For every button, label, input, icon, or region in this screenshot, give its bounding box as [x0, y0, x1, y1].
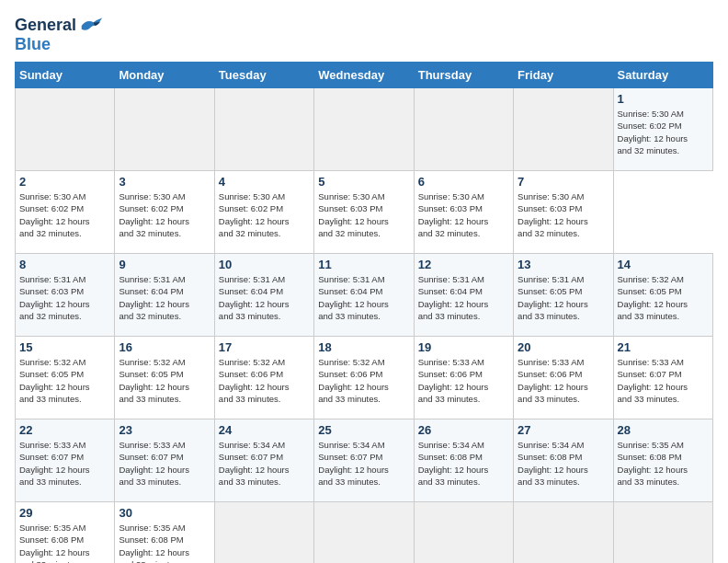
day-info: Sunrise: 5:34 AM Sunset: 6:07 PM Dayligh…: [219, 439, 310, 488]
day-info: Sunrise: 5:30 AM Sunset: 6:02 PM Dayligh…: [19, 190, 110, 239]
calendar-week-5: 29Sunrise: 5:35 AM Sunset: 6:08 PM Dayli…: [16, 502, 713, 564]
calendar-week-1: 2Sunrise: 5:30 AM Sunset: 6:02 PM Daylig…: [16, 171, 713, 254]
day-info: Sunrise: 5:31 AM Sunset: 6:04 PM Dayligh…: [318, 273, 409, 322]
day-info: Sunrise: 5:34 AM Sunset: 6:08 PM Dayligh…: [418, 439, 509, 488]
day-cell-19: 19Sunrise: 5:33 AM Sunset: 6:06 PM Dayli…: [414, 337, 513, 419]
day-number: 26: [418, 423, 509, 437]
day-cell-8: 8Sunrise: 5:31 AM Sunset: 6:03 PM Daylig…: [16, 254, 115, 337]
calendar-header-row: SundayMondayTuesdayWednesdayThursdayFrid…: [16, 63, 713, 88]
day-cell-5: 5Sunrise: 5:30 AM Sunset: 6:03 PM Daylig…: [314, 171, 414, 254]
day-number: 25: [318, 423, 409, 437]
day-info: Sunrise: 5:35 AM Sunset: 6:08 PM Dayligh…: [119, 522, 210, 563]
day-cell-2: 2Sunrise: 5:30 AM Sunset: 6:02 PM Daylig…: [16, 171, 115, 254]
day-number: 9: [119, 258, 210, 271]
day-number: 16: [119, 340, 210, 354]
day-info: Sunrise: 5:31 AM Sunset: 6:04 PM Dayligh…: [418, 273, 509, 322]
empty-cell: [115, 88, 214, 171]
day-info: Sunrise: 5:31 AM Sunset: 6:04 PM Dayligh…: [219, 273, 310, 322]
day-number: 10: [219, 258, 310, 271]
day-number: 17: [219, 340, 310, 354]
day-cell-26: 26Sunrise: 5:34 AM Sunset: 6:08 PM Dayli…: [414, 419, 513, 502]
day-info: Sunrise: 5:33 AM Sunset: 6:07 PM Dayligh…: [19, 439, 110, 488]
day-cell-10: 10Sunrise: 5:31 AM Sunset: 6:04 PM Dayli…: [214, 254, 313, 337]
header-thursday: Thursday: [414, 63, 513, 88]
day-number: 12: [418, 258, 509, 271]
day-cell-30: 30Sunrise: 5:35 AM Sunset: 6:08 PM Dayli…: [115, 502, 214, 564]
header-saturday: Saturday: [613, 63, 712, 88]
day-cell-9: 9Sunrise: 5:31 AM Sunset: 6:04 PM Daylig…: [115, 254, 214, 337]
calendar-week-4: 22Sunrise: 5:33 AM Sunset: 6:07 PM Dayli…: [16, 419, 713, 502]
calendar-week-2: 8Sunrise: 5:31 AM Sunset: 6:03 PM Daylig…: [16, 254, 713, 337]
day-info: Sunrise: 5:32 AM Sunset: 6:05 PM Dayligh…: [618, 273, 709, 322]
day-number: 8: [19, 258, 110, 271]
day-cell-20: 20Sunrise: 5:33 AM Sunset: 6:06 PM Dayli…: [514, 337, 613, 419]
day-cell-13: 13Sunrise: 5:31 AM Sunset: 6:05 PM Dayli…: [514, 254, 613, 337]
logo: General Blue: [15, 15, 104, 54]
day-cell-3: 3Sunrise: 5:30 AM Sunset: 6:02 PM Daylig…: [115, 171, 214, 254]
day-info: Sunrise: 5:35 AM Sunset: 6:08 PM Dayligh…: [618, 439, 709, 488]
calendar-week-3: 15Sunrise: 5:32 AM Sunset: 6:05 PM Dayli…: [16, 337, 713, 419]
day-info: Sunrise: 5:33 AM Sunset: 6:06 PM Dayligh…: [418, 356, 509, 405]
day-cell-28: 28Sunrise: 5:35 AM Sunset: 6:08 PM Dayli…: [613, 419, 712, 502]
day-cell-22: 22Sunrise: 5:33 AM Sunset: 6:07 PM Dayli…: [16, 419, 115, 502]
day-cell-21: 21Sunrise: 5:33 AM Sunset: 6:07 PM Dayli…: [613, 337, 712, 419]
day-info: Sunrise: 5:35 AM Sunset: 6:08 PM Dayligh…: [19, 522, 110, 563]
calendar-week-0: 1Sunrise: 5:30 AM Sunset: 6:02 PM Daylig…: [16, 88, 713, 171]
header-monday: Monday: [115, 63, 214, 88]
day-number: 18: [318, 340, 409, 354]
day-cell-7: 7Sunrise: 5:30 AM Sunset: 6:03 PM Daylig…: [514, 171, 613, 254]
day-info: Sunrise: 5:34 AM Sunset: 6:07 PM Dayligh…: [318, 439, 409, 488]
day-info: Sunrise: 5:31 AM Sunset: 6:03 PM Dayligh…: [19, 273, 110, 322]
day-cell-15: 15Sunrise: 5:32 AM Sunset: 6:05 PM Dayli…: [16, 337, 115, 419]
empty-cell: [16, 88, 115, 171]
day-cell-17: 17Sunrise: 5:32 AM Sunset: 6:06 PM Dayli…: [214, 337, 313, 419]
day-info: Sunrise: 5:30 AM Sunset: 6:02 PM Dayligh…: [618, 108, 709, 156]
day-number: 14: [618, 258, 709, 271]
day-info: Sunrise: 5:32 AM Sunset: 6:05 PM Dayligh…: [119, 356, 210, 405]
day-number: 6: [418, 175, 509, 189]
day-number: 20: [518, 340, 609, 354]
day-cell-6: 6Sunrise: 5:30 AM Sunset: 6:03 PM Daylig…: [414, 171, 513, 254]
calendar-body: 1Sunrise: 5:30 AM Sunset: 6:02 PM Daylig…: [16, 88, 713, 564]
day-number: 28: [618, 423, 709, 437]
day-number: 7: [518, 175, 609, 189]
day-info: Sunrise: 5:30 AM Sunset: 6:03 PM Dayligh…: [518, 190, 609, 239]
logo-blue-text: Blue: [15, 35, 104, 54]
day-info: Sunrise: 5:31 AM Sunset: 6:04 PM Dayligh…: [119, 273, 210, 322]
day-info: Sunrise: 5:33 AM Sunset: 6:06 PM Dayligh…: [518, 356, 609, 405]
day-cell-27: 27Sunrise: 5:34 AM Sunset: 6:08 PM Dayli…: [514, 419, 613, 502]
header-wednesday: Wednesday: [314, 63, 414, 88]
empty-cell: [514, 502, 613, 564]
logo-text: General: [15, 17, 76, 35]
day-info: Sunrise: 5:32 AM Sunset: 6:06 PM Dayligh…: [219, 356, 310, 405]
day-number: 30: [119, 506, 210, 520]
day-cell-11: 11Sunrise: 5:31 AM Sunset: 6:04 PM Dayli…: [314, 254, 414, 337]
empty-cell: [613, 502, 712, 564]
day-cell-14: 14Sunrise: 5:32 AM Sunset: 6:05 PM Dayli…: [613, 254, 712, 337]
empty-cell: [214, 88, 313, 171]
empty-cell: [314, 88, 414, 171]
empty-cell: [414, 88, 513, 171]
day-cell-23: 23Sunrise: 5:33 AM Sunset: 6:07 PM Dayli…: [115, 419, 214, 502]
day-number: 4: [219, 175, 310, 189]
day-number: 21: [618, 340, 709, 354]
day-info: Sunrise: 5:30 AM Sunset: 6:02 PM Dayligh…: [119, 190, 210, 239]
day-info: Sunrise: 5:30 AM Sunset: 6:02 PM Dayligh…: [219, 190, 310, 239]
day-number: 29: [19, 506, 110, 520]
header-friday: Friday: [514, 63, 613, 88]
day-number: 23: [119, 423, 210, 437]
day-number: 22: [19, 423, 110, 437]
page-header: General Blue: [15, 15, 713, 54]
day-cell-18: 18Sunrise: 5:32 AM Sunset: 6:06 PM Dayli…: [314, 337, 414, 419]
day-info: Sunrise: 5:30 AM Sunset: 6:03 PM Dayligh…: [318, 190, 409, 239]
day-info: Sunrise: 5:30 AM Sunset: 6:03 PM Dayligh…: [418, 190, 509, 239]
day-cell-4: 4Sunrise: 5:30 AM Sunset: 6:02 PM Daylig…: [214, 171, 313, 254]
day-number: 1: [618, 92, 709, 106]
empty-cell: [414, 502, 513, 564]
day-info: Sunrise: 5:33 AM Sunset: 6:07 PM Dayligh…: [119, 439, 210, 488]
day-cell-1: 1Sunrise: 5:30 AM Sunset: 6:02 PM Daylig…: [613, 88, 712, 171]
day-cell-25: 25Sunrise: 5:34 AM Sunset: 6:07 PM Dayli…: [314, 419, 414, 502]
day-number: 3: [119, 175, 210, 189]
day-cell-24: 24Sunrise: 5:34 AM Sunset: 6:07 PM Dayli…: [214, 419, 313, 502]
day-number: 19: [418, 340, 509, 354]
